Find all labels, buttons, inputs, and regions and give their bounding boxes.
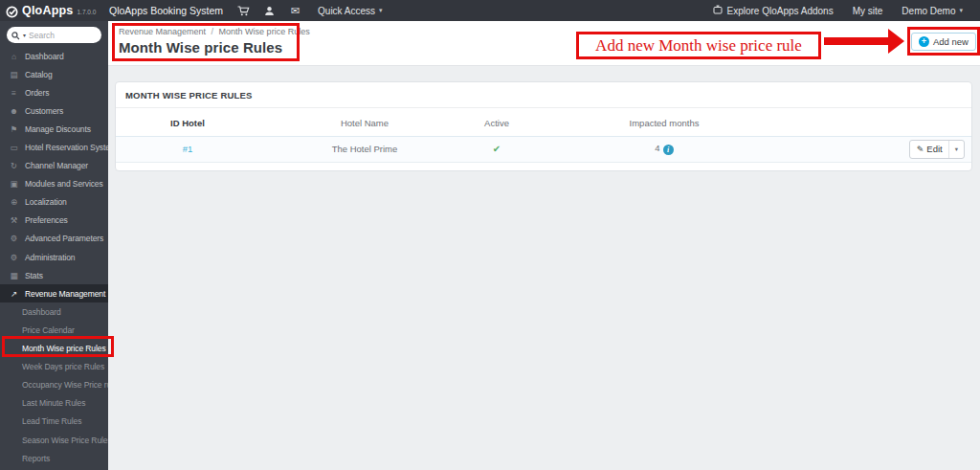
addons-icon [713,5,723,16]
active-cell: ✔ [470,136,523,162]
app-title: QloApps Booking System [109,5,223,16]
caret-down-icon: ▾ [959,7,963,14]
sidebar-item-label: Customers [25,106,63,116]
sidebar-subitem-season-wise-price-rules[interactable]: Season Wise Price Rules [0,431,108,449]
brand[interactable]: QloApps 1.7.0.0 [0,4,105,17]
user-name-label: Demo Demo [902,6,955,16]
edit-label: Edit [926,144,942,154]
annotation-title-box [112,23,300,61]
discount-tag-icon: ⚑ [9,124,19,134]
panel-title: MONTH WISE PRICE RULES [116,82,971,108]
sidebar-item-label: Stats [25,271,43,280]
rules-panel: MONTH WISE PRICE RULES ID Hotel Hotel Na… [115,81,972,171]
chart-trend-icon: ↗ [9,289,19,299]
column-header-actions [805,111,971,136]
annotation-arrow [824,37,888,45]
envelope-icon[interactable]: ✉ [282,0,308,21]
sidebar-subitem-label: Price Calendar [22,325,75,335]
orders-icon: ≡ [9,88,19,98]
hotel-name-cell: The Hotel Prime [259,136,470,162]
sidebar-item-label: Catalog [25,70,53,79]
cart-icon[interactable] [231,0,256,21]
sidebar-item-label: Administration [25,253,75,262]
brand-version: 1.7.0.0 [77,9,96,15]
sidebar-subitem-last-minute-rules[interactable]: Last Minute Rules [0,394,108,413]
sidebar-item-customers[interactable]: ☻ Customers [0,101,108,120]
home-icon: ⌂ [9,52,19,61]
impacted-months-cell: 4i [523,136,805,162]
sidebar-item-advanced-parameters[interactable]: ⚙ Advanced Parameters [0,230,108,248]
sidebar-item-administration[interactable]: ⚙ Administration [0,248,108,266]
sidebar-item-orders[interactable]: ≡ Orders [0,83,108,101]
topbar: QloApps 1.7.0.0 QloApps Booking System ✉… [0,0,980,21]
edit-dropdown-caret-icon[interactable]: ▾ [948,141,964,158]
sidebar-search[interactable]: ▾ [7,27,101,43]
search-input[interactable] [29,31,77,40]
sidebar-subitem-label: Last Minute Rules [22,398,85,408]
stats-icon: ▦ [9,271,19,280]
column-header-active[interactable]: Active [470,111,523,136]
annotation-addnew-box: + Add new [907,27,980,56]
sidebar-subitem-lead-time-rules[interactable]: Lead Time Rules [0,413,108,431]
sidebar-item-label: Advanced Parameters [25,234,103,243]
annotation-arrow-head [888,29,904,54]
sidebar-item-revenue-management[interactable]: ↗ Revenue Management [0,284,108,302]
sidebar-nav: ⌂ Dashboard ▤ Catalog ≡ Orders ☻ Custome… [0,47,108,467]
sync-icon: ↻ [9,161,19,170]
sidebar-item-stats[interactable]: ▦ Stats [0,266,108,284]
search-icon [11,27,20,44]
info-icon[interactable]: i [663,145,674,155]
plus-icon: + [919,36,929,47]
column-header-impacted-months[interactable]: Impacted months [523,111,805,136]
edit-button[interactable]: ✎ Edit ▾ [909,140,965,159]
sidebar-item-channel-manager[interactable]: ↻ Channel Manager [0,157,108,175]
add-new-label: Add new [933,36,969,47]
quick-access-label: Quick Access [318,6,375,16]
sidebar: ▾ ⌂ Dashboard ▤ Catalog ≡ Orders ☻ Custo… [0,21,108,470]
sidebar-subitem-label: Dashboard [22,307,61,317]
sidebar-subitem-label: Season Wise Price Rules [22,436,108,445]
column-header-hotel-name[interactable]: Hotel Name [259,111,470,136]
quick-access-menu[interactable]: Quick Access ▾ [318,0,383,21]
cogs-icon: ⚙ [9,234,19,243]
explore-addons-link[interactable]: Explore QloApps Addons [713,0,833,21]
column-header-id-hotel[interactable]: ID Hotel [116,111,259,136]
sidebar-subitem-dashboard[interactable]: Dashboard [0,302,108,321]
table-row[interactable]: #1 The Hotel Prime ✔ 4i ✎ Edit ▾ [116,136,971,162]
sidebar-subitem-label: Reports [22,454,50,463]
explore-addons-label: Explore QloApps Addons [726,6,833,16]
sidebar-subitem-week-days-price-rules[interactable]: Week Days price Rules [0,358,108,376]
customers-icon: ☻ [9,106,19,116]
wrench-icon: ⚒ [9,215,19,225]
actions-cell: ✎ Edit ▾ [805,136,971,162]
my-site-link[interactable]: My site [853,0,883,21]
sidebar-item-manage-discounts[interactable]: ⚑ Manage Discounts [0,120,108,138]
sidebar-subitem-reports[interactable]: Reports [0,449,108,467]
globe-icon: ⊕ [9,197,19,207]
sidebar-subitem-occupancy-wise-price-rules[interactable]: Occupancy Wise Price rules [0,376,108,394]
active-check-icon[interactable]: ✔ [493,144,501,154]
user-icon[interactable] [256,0,282,21]
sidebar-item-preferences[interactable]: ⚒ Preferences [0,212,108,230]
table-header-row: ID Hotel Hotel Name Active Impacted mont… [116,111,971,136]
sidebar-item-label: Manage Discounts [25,124,91,134]
sidebar-item-dashboard[interactable]: ⌂ Dashboard [0,47,108,65]
sidebar-item-modules-and-services[interactable]: ▣ Modules and Services [0,175,108,193]
modules-icon: ▣ [9,179,19,189]
brand-name: QloApps [22,4,73,17]
gear-icon: ⚙ [9,253,19,262]
revenue-management-submenu: Dashboard Price Calendar Month Wise pric… [0,302,108,467]
add-new-button[interactable]: + Add new [911,33,976,51]
search-scope-caret-icon[interactable]: ▾ [23,32,26,38]
sidebar-item-localization[interactable]: ⊕ Localization [0,193,108,212]
user-menu[interactable]: Demo Demo ▾ [902,0,963,21]
sidebar-item-hotel-reservation-system[interactable]: ▭ Hotel Reservation System [0,138,108,156]
sidebar-subitem-label: Lead Time Rules [22,416,81,426]
sidebar-item-label: Hotel Reservation System [25,143,108,152]
sidebar-item-catalog[interactable]: ▤ Catalog [0,65,108,83]
my-site-label: My site [853,6,883,16]
sidebar-item-label: Localization [25,197,67,207]
rules-table: ID Hotel Hotel Name Active Impacted mont… [116,111,971,163]
annotation-callout: Add new Month wise price rule [576,32,821,59]
id-hotel-link[interactable]: #1 [116,136,259,162]
